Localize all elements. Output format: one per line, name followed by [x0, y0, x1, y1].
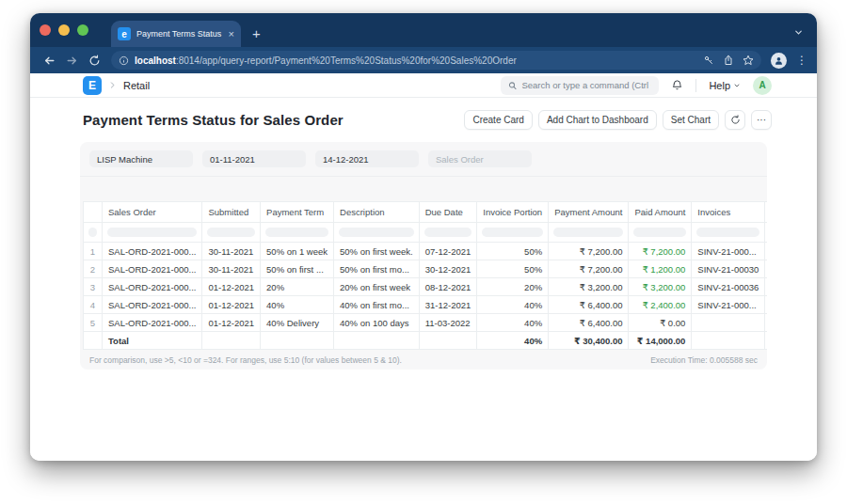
- cell-payment-amount[interactable]: ₹ 6,400.00: [549, 314, 629, 332]
- cell-sales-order[interactable]: SAL-ORD-2021-000...: [103, 243, 202, 260]
- add-chart-to-dashboard-button[interactable]: Add Chart to Dashboard: [538, 110, 657, 130]
- close-window-button[interactable]: [40, 24, 51, 36]
- column-header-sales-order[interactable]: Sales Order: [103, 202, 202, 223]
- browser-tab[interactable]: e Payment Terms Status for Sale ×: [111, 21, 241, 47]
- refresh-button[interactable]: [725, 110, 745, 130]
- cell-payment-amount[interactable]: ₹ 7,200.00: [549, 243, 629, 260]
- cell-paid-amount[interactable]: ₹ 3,200.00: [629, 278, 692, 296]
- column-filter-payment-amount[interactable]: [553, 228, 623, 237]
- cell-sales-order[interactable]: SAL-ORD-2021-000...: [103, 278, 202, 296]
- column-header-status[interactable]: Status: [765, 202, 767, 223]
- report-menu-button[interactable]: ···: [751, 110, 772, 130]
- cell-description[interactable]: 50% on first mo...: [334, 260, 420, 278]
- address-bar[interactable]: localhost:8014/app/query-report/Payment%…: [111, 51, 761, 70]
- search-input[interactable]: [521, 80, 651, 90]
- row-index-filter-input[interactable]: [88, 228, 97, 237]
- cell-due-date[interactable]: 07-12-2021: [419, 243, 477, 260]
- column-header-submitted[interactable]: Submitted: [202, 202, 261, 223]
- cell-invoice-portion[interactable]: 20%: [477, 278, 549, 296]
- cell-submitted[interactable]: 01-12-2021: [202, 296, 261, 314]
- help-menu[interactable]: Help: [709, 80, 741, 91]
- cell-payment-term[interactable]: 50% on first ...: [261, 260, 334, 278]
- cell-invoice-portion[interactable]: 40%: [477, 314, 549, 332]
- new-tab-button[interactable]: +: [252, 25, 261, 41]
- site-info-icon[interactable]: [119, 55, 129, 66]
- from-date-filter-input[interactable]: [202, 150, 306, 167]
- cell-submitted[interactable]: 01-12-2021: [202, 314, 261, 332]
- column-header-due-date[interactable]: Due Date: [419, 202, 477, 223]
- create-card-button[interactable]: Create Card: [464, 110, 532, 130]
- tab-close-icon[interactable]: ×: [229, 29, 234, 39]
- column-filter-description[interactable]: [339, 228, 414, 237]
- cell-status[interactable]: Completed: [765, 278, 767, 296]
- cell-description[interactable]: 40% on first mo...: [334, 296, 420, 314]
- cell-payment-term[interactable]: 20%: [261, 278, 334, 296]
- cell-paid-amount[interactable]: ₹ 1,200.00: [629, 260, 692, 278]
- cell-due-date[interactable]: 08-12-2021: [419, 278, 477, 296]
- erpnext-logo-icon[interactable]: E: [83, 76, 102, 95]
- cell-submitted[interactable]: 30-11-2021: [202, 243, 261, 260]
- column-header-invoices[interactable]: Invoices: [692, 202, 765, 223]
- cell-due-date[interactable]: 31-12-2021: [419, 296, 477, 314]
- global-search[interactable]: [501, 76, 659, 95]
- row-index[interactable]: 2: [84, 260, 103, 278]
- cell-status[interactable]: Partly Paid: [765, 260, 767, 278]
- breadcrumb[interactable]: Retail: [123, 80, 150, 91]
- cell-due-date[interactable]: 30-12-2021: [419, 260, 477, 278]
- cell-due-date[interactable]: 11-03-2022: [419, 314, 477, 332]
- cell-sales-order[interactable]: SAL-ORD-2021-000...: [103, 314, 202, 332]
- cell-payment-amount[interactable]: ₹ 3,200.00: [549, 278, 629, 296]
- cell-description[interactable]: 40% on 100 days: [334, 314, 420, 332]
- column-filter-submitted[interactable]: [207, 228, 255, 237]
- tab-strip-chevron-icon[interactable]: [793, 27, 804, 38]
- row-index[interactable]: 1: [84, 243, 103, 260]
- column-header-payment-term[interactable]: Payment Term: [261, 202, 334, 223]
- cell-payment-amount[interactable]: ₹ 7,200.00: [549, 260, 629, 278]
- sales-order-filter-input[interactable]: [428, 150, 532, 167]
- password-key-icon[interactable]: [703, 55, 714, 66]
- to-date-filter-input[interactable]: [315, 150, 419, 167]
- column-header-paid-amount[interactable]: Paid Amount: [629, 202, 692, 223]
- cell-invoices[interactable]: SINV-21-00036: [692, 278, 765, 296]
- cell-invoices[interactable]: SINV-21-000...: [692, 296, 765, 314]
- set-chart-button[interactable]: Set Chart: [663, 110, 719, 130]
- minimize-window-button[interactable]: [58, 24, 70, 36]
- user-avatar[interactable]: A: [753, 76, 772, 95]
- row-index[interactable]: 5: [84, 314, 103, 332]
- browser-menu-icon[interactable]: ⋮: [796, 54, 807, 67]
- column-filter-invoice-portion[interactable]: [482, 228, 543, 237]
- cell-description[interactable]: 20% on first week: [334, 278, 420, 296]
- cell-paid-amount[interactable]: ₹ 2,400.00: [629, 296, 692, 314]
- cell-payment-term[interactable]: 40%: [261, 296, 334, 314]
- forward-icon[interactable]: [62, 55, 81, 67]
- back-icon[interactable]: [40, 55, 58, 67]
- column-filter-invoices[interactable]: [696, 228, 759, 237]
- column-header-description[interactable]: Description: [334, 202, 420, 223]
- column-filter-paid-amount[interactable]: [633, 228, 686, 237]
- cell-description[interactable]: 50% on first week.: [334, 243, 420, 260]
- cell-payment-term[interactable]: 50% on 1 week: [261, 243, 334, 260]
- cell-invoice-portion[interactable]: 50%: [477, 260, 549, 278]
- cell-status[interactable]: Completed: [765, 243, 767, 260]
- cell-invoices[interactable]: SINV-21-00030: [692, 260, 765, 278]
- column-header-payment-amount[interactable]: Payment Amount: [549, 202, 629, 223]
- cell-submitted[interactable]: 30-11-2021: [202, 260, 261, 278]
- browser-profile-avatar[interactable]: [771, 53, 787, 69]
- cell-invoice-portion[interactable]: 50%: [477, 243, 549, 260]
- notifications-bell-icon[interactable]: [671, 79, 683, 91]
- cell-payment-amount[interactable]: ₹ 6,400.00: [549, 296, 629, 314]
- bookmark-star-icon[interactable]: [743, 55, 754, 66]
- cell-payment-term[interactable]: 40% Delivery: [261, 314, 334, 332]
- cell-invoice-portion[interactable]: 40%: [477, 296, 549, 314]
- column-filter-payment-term[interactable]: [265, 228, 328, 237]
- row-index[interactable]: 3: [84, 278, 103, 296]
- cell-submitted[interactable]: 01-12-2021: [202, 278, 261, 296]
- cell-sales-order[interactable]: SAL-ORD-2021-000...: [103, 260, 202, 278]
- cell-invoices[interactable]: SINV-21-000...: [692, 243, 765, 260]
- column-filter-sales-order[interactable]: [107, 228, 197, 237]
- cell-invoices[interactable]: [692, 314, 765, 332]
- cell-status[interactable]: Unpaid: [765, 314, 767, 332]
- customer-filter-input[interactable]: [89, 150, 193, 167]
- share-icon[interactable]: [723, 55, 734, 66]
- cell-sales-order[interactable]: SAL-ORD-2021-000...: [103, 296, 202, 314]
